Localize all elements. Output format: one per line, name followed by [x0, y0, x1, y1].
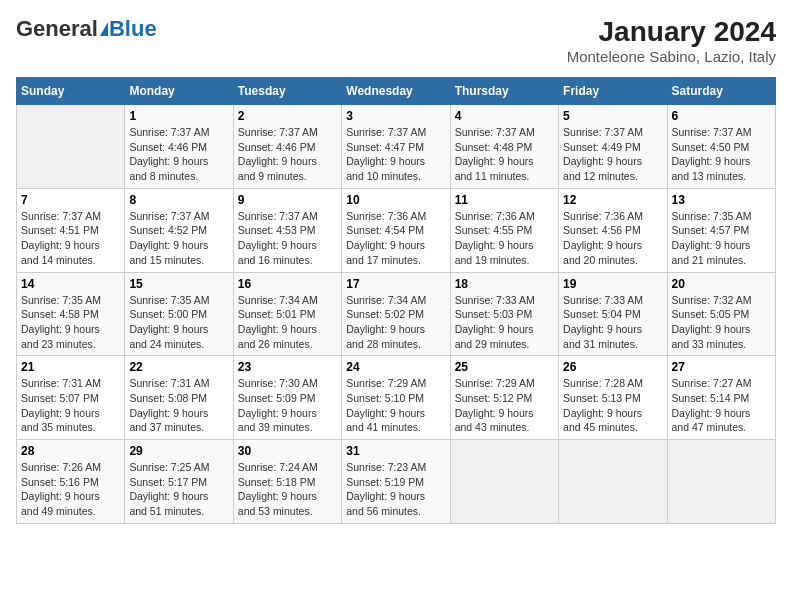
day-info: Sunrise: 7:37 AMSunset: 4:50 PMDaylight:…: [672, 125, 771, 184]
calendar-cell: 12Sunrise: 7:36 AMSunset: 4:56 PMDayligh…: [559, 188, 667, 272]
day-info: Sunrise: 7:37 AMSunset: 4:52 PMDaylight:…: [129, 209, 228, 268]
day-number: 25: [455, 360, 554, 374]
day-info: Sunrise: 7:27 AMSunset: 5:14 PMDaylight:…: [672, 376, 771, 435]
calendar-week-4: 21Sunrise: 7:31 AMSunset: 5:07 PMDayligh…: [17, 356, 776, 440]
day-info: Sunrise: 7:37 AMSunset: 4:47 PMDaylight:…: [346, 125, 445, 184]
day-info: Sunrise: 7:36 AMSunset: 4:56 PMDaylight:…: [563, 209, 662, 268]
day-info: Sunrise: 7:25 AMSunset: 5:17 PMDaylight:…: [129, 460, 228, 519]
calendar-body: 1Sunrise: 7:37 AMSunset: 4:46 PMDaylight…: [17, 105, 776, 524]
day-number: 18: [455, 277, 554, 291]
day-info: Sunrise: 7:37 AMSunset: 4:49 PMDaylight:…: [563, 125, 662, 184]
day-number: 15: [129, 277, 228, 291]
day-number: 30: [238, 444, 337, 458]
calendar-week-1: 1Sunrise: 7:37 AMSunset: 4:46 PMDaylight…: [17, 105, 776, 189]
day-number: 24: [346, 360, 445, 374]
day-info: Sunrise: 7:36 AMSunset: 4:55 PMDaylight:…: [455, 209, 554, 268]
calendar-cell: 29Sunrise: 7:25 AMSunset: 5:17 PMDayligh…: [125, 440, 233, 524]
day-info: Sunrise: 7:33 AMSunset: 5:04 PMDaylight:…: [563, 293, 662, 352]
calendar-cell: 26Sunrise: 7:28 AMSunset: 5:13 PMDayligh…: [559, 356, 667, 440]
page-subtitle: Monteleone Sabino, Lazio, Italy: [567, 48, 776, 65]
calendar-cell: 2Sunrise: 7:37 AMSunset: 4:46 PMDaylight…: [233, 105, 341, 189]
calendar-cell: 14Sunrise: 7:35 AMSunset: 4:58 PMDayligh…: [17, 272, 125, 356]
calendar-cell: [559, 440, 667, 524]
calendar-cell: 20Sunrise: 7:32 AMSunset: 5:05 PMDayligh…: [667, 272, 775, 356]
day-number: 3: [346, 109, 445, 123]
day-info: Sunrise: 7:37 AMSunset: 4:51 PMDaylight:…: [21, 209, 120, 268]
day-number: 1: [129, 109, 228, 123]
day-number: 8: [129, 193, 228, 207]
calendar-cell: 5Sunrise: 7:37 AMSunset: 4:49 PMDaylight…: [559, 105, 667, 189]
day-info: Sunrise: 7:37 AMSunset: 4:53 PMDaylight:…: [238, 209, 337, 268]
calendar-table: SundayMondayTuesdayWednesdayThursdayFrid…: [16, 77, 776, 524]
day-info: Sunrise: 7:34 AMSunset: 5:02 PMDaylight:…: [346, 293, 445, 352]
day-number: 22: [129, 360, 228, 374]
calendar-cell: 24Sunrise: 7:29 AMSunset: 5:10 PMDayligh…: [342, 356, 450, 440]
day-info: Sunrise: 7:31 AMSunset: 5:07 PMDaylight:…: [21, 376, 120, 435]
day-number: 7: [21, 193, 120, 207]
day-info: Sunrise: 7:26 AMSunset: 5:16 PMDaylight:…: [21, 460, 120, 519]
day-number: 10: [346, 193, 445, 207]
calendar-cell: 15Sunrise: 7:35 AMSunset: 5:00 PMDayligh…: [125, 272, 233, 356]
calendar-cell: 19Sunrise: 7:33 AMSunset: 5:04 PMDayligh…: [559, 272, 667, 356]
calendar-week-5: 28Sunrise: 7:26 AMSunset: 5:16 PMDayligh…: [17, 440, 776, 524]
logo-blue: Blue: [109, 16, 157, 42]
day-info: Sunrise: 7:29 AMSunset: 5:10 PMDaylight:…: [346, 376, 445, 435]
calendar-header-thursday: Thursday: [450, 78, 558, 105]
day-number: 31: [346, 444, 445, 458]
day-info: Sunrise: 7:37 AMSunset: 4:46 PMDaylight:…: [238, 125, 337, 184]
calendar-cell: [450, 440, 558, 524]
day-info: Sunrise: 7:35 AMSunset: 4:57 PMDaylight:…: [672, 209, 771, 268]
day-number: 27: [672, 360, 771, 374]
calendar-cell: 25Sunrise: 7:29 AMSunset: 5:12 PMDayligh…: [450, 356, 558, 440]
day-number: 12: [563, 193, 662, 207]
logo-icon: [100, 22, 108, 36]
day-number: 4: [455, 109, 554, 123]
calendar-header-row: SundayMondayTuesdayWednesdayThursdayFrid…: [17, 78, 776, 105]
day-number: 28: [21, 444, 120, 458]
calendar-cell: 31Sunrise: 7:23 AMSunset: 5:19 PMDayligh…: [342, 440, 450, 524]
page-header: General Blue January 2024 Monteleone Sab…: [16, 16, 776, 65]
calendar-cell: 8Sunrise: 7:37 AMSunset: 4:52 PMDaylight…: [125, 188, 233, 272]
logo: General Blue: [16, 16, 157, 42]
calendar-week-2: 7Sunrise: 7:37 AMSunset: 4:51 PMDaylight…: [17, 188, 776, 272]
day-info: Sunrise: 7:37 AMSunset: 4:46 PMDaylight:…: [129, 125, 228, 184]
calendar-cell: [17, 105, 125, 189]
day-number: 21: [21, 360, 120, 374]
day-number: 2: [238, 109, 337, 123]
page-title: January 2024: [567, 16, 776, 48]
day-number: 26: [563, 360, 662, 374]
logo-general: General: [16, 16, 98, 42]
day-info: Sunrise: 7:24 AMSunset: 5:18 PMDaylight:…: [238, 460, 337, 519]
day-info: Sunrise: 7:32 AMSunset: 5:05 PMDaylight:…: [672, 293, 771, 352]
calendar-cell: 7Sunrise: 7:37 AMSunset: 4:51 PMDaylight…: [17, 188, 125, 272]
calendar-cell: 30Sunrise: 7:24 AMSunset: 5:18 PMDayligh…: [233, 440, 341, 524]
calendar-cell: 4Sunrise: 7:37 AMSunset: 4:48 PMDaylight…: [450, 105, 558, 189]
calendar-cell: 16Sunrise: 7:34 AMSunset: 5:01 PMDayligh…: [233, 272, 341, 356]
calendar-week-3: 14Sunrise: 7:35 AMSunset: 4:58 PMDayligh…: [17, 272, 776, 356]
calendar-cell: 3Sunrise: 7:37 AMSunset: 4:47 PMDaylight…: [342, 105, 450, 189]
calendar-header-monday: Monday: [125, 78, 233, 105]
calendar-cell: 22Sunrise: 7:31 AMSunset: 5:08 PMDayligh…: [125, 356, 233, 440]
day-number: 20: [672, 277, 771, 291]
calendar-cell: 13Sunrise: 7:35 AMSunset: 4:57 PMDayligh…: [667, 188, 775, 272]
calendar-header-wednesday: Wednesday: [342, 78, 450, 105]
day-number: 23: [238, 360, 337, 374]
calendar-cell: 27Sunrise: 7:27 AMSunset: 5:14 PMDayligh…: [667, 356, 775, 440]
day-number: 14: [21, 277, 120, 291]
calendar-cell: 6Sunrise: 7:37 AMSunset: 4:50 PMDaylight…: [667, 105, 775, 189]
day-number: 5: [563, 109, 662, 123]
calendar-header-tuesday: Tuesday: [233, 78, 341, 105]
calendar-header-friday: Friday: [559, 78, 667, 105]
day-info: Sunrise: 7:35 AMSunset: 5:00 PMDaylight:…: [129, 293, 228, 352]
calendar-cell: 23Sunrise: 7:30 AMSunset: 5:09 PMDayligh…: [233, 356, 341, 440]
title-block: January 2024 Monteleone Sabino, Lazio, I…: [567, 16, 776, 65]
calendar-cell: 28Sunrise: 7:26 AMSunset: 5:16 PMDayligh…: [17, 440, 125, 524]
day-info: Sunrise: 7:23 AMSunset: 5:19 PMDaylight:…: [346, 460, 445, 519]
day-info: Sunrise: 7:28 AMSunset: 5:13 PMDaylight:…: [563, 376, 662, 435]
calendar-cell: 10Sunrise: 7:36 AMSunset: 4:54 PMDayligh…: [342, 188, 450, 272]
day-number: 6: [672, 109, 771, 123]
day-info: Sunrise: 7:35 AMSunset: 4:58 PMDaylight:…: [21, 293, 120, 352]
calendar-cell: 21Sunrise: 7:31 AMSunset: 5:07 PMDayligh…: [17, 356, 125, 440]
calendar-header-saturday: Saturday: [667, 78, 775, 105]
day-number: 17: [346, 277, 445, 291]
